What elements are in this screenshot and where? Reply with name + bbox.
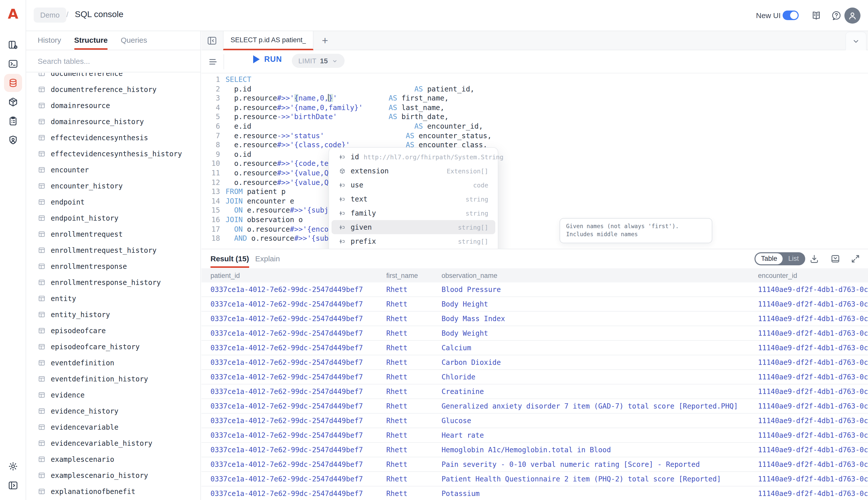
table-cell[interactable]: Potassium [432,489,749,498]
autocomplete-item-suffix[interactable]: suffixstring[] [332,248,495,249]
docs-book-icon[interactable] [811,10,822,21]
table-cell[interactable]: 0337ce1a-4012-7e62-99dc-2547d449bef7 [201,358,377,366]
table-cell[interactable]: 0337ce1a-4012-7e62-99dc-2547d449bef7 [201,373,377,381]
table-list-item[interactable]: entity [26,291,200,307]
sidebar-clipboard-icon[interactable] [4,112,22,130]
autocomplete-item-extension[interactable]: extensionExtension[] [332,164,495,178]
table-cell[interactable]: Rhett [377,489,432,498]
table-list-item[interactable]: enrollmentresponse [26,258,200,274]
table-cell[interactable]: Rhett [377,300,432,308]
table-row[interactable]: 0337ce1a-4012-7e62-99dc-2547d449bef7Rhet… [201,326,868,341]
panel-tab-history[interactable]: History [38,31,61,50]
table-row[interactable]: 0337ce1a-4012-7e62-99dc-2547d449bef7Rhet… [201,311,868,326]
table-cell[interactable]: 11140ae9-df2f-4db1-d763-0c [749,300,868,308]
table-cell[interactable]: 11140ae9-df2f-4db1-d763-0c [749,475,868,483]
view-option-table[interactable]: Table [755,253,783,264]
tab-overflow-button[interactable] [845,32,867,50]
table-list-item[interactable]: documentreference [26,73,200,81]
table-cell[interactable]: 0337ce1a-4012-7e62-99dc-2547d449bef7 [201,329,377,337]
query-tab[interactable]: SELECT p.id AS patient_id, p.r... [223,31,313,50]
table-list-item[interactable]: domainresource [26,98,200,114]
table-cell[interactable]: 11140ae9-df2f-4db1-d763-0c [749,358,868,366]
limit-dropdown[interactable]: LIMIT 15 [292,54,344,68]
results-tab-explain[interactable]: Explain [255,249,280,268]
table-cell[interactable]: 11140ae9-df2f-4db1-d763-0c [749,344,868,352]
sql-editor[interactable]: 1SELECT2 p.id AS patient_id,3 p.resource… [201,73,868,249]
run-button[interactable]: RUN [253,55,282,64]
table-cell[interactable]: Rhett [377,329,432,337]
table-cell[interactable]: 11140ae9-df2f-4db1-d763-0c [749,446,868,454]
table-row[interactable]: 0337ce1a-4012-7e62-99dc-2547d449bef7Rhet… [201,355,868,370]
table-cell[interactable]: Rhett [377,358,432,366]
table-cell[interactable]: Rhett [377,431,432,439]
table-cell[interactable]: Rhett [377,344,432,352]
table-row[interactable]: 0337ce1a-4012-7e62-99dc-2547d449bef7Rhet… [201,428,868,443]
sidebar-panel-expand-icon[interactable] [4,476,22,495]
autocomplete-item-given[interactable]: givenstring[] [332,220,495,234]
table-row[interactable]: 0337ce1a-4012-7e62-99dc-2547d449bef7Rhet… [201,443,868,457]
table-list-item[interactable]: episodeofcare_history [26,339,200,355]
table-cell[interactable]: 11140ae9-df2f-4db1-d763-0c [749,315,868,322]
autocomplete-item-text[interactable]: textstring [332,192,495,206]
table-cell[interactable]: Chloride [432,373,749,381]
table-cell[interactable]: Body Mass Index [432,315,749,322]
table-cell[interactable]: Rhett [377,475,432,483]
table-list-item[interactable]: episodeofcare [26,322,200,339]
table-cell[interactable]: Rhett [377,417,432,425]
sidebar-shield-user-icon[interactable] [4,131,22,149]
table-cell[interactable]: Rhett [377,460,432,468]
table-list-item[interactable]: encounter [26,162,200,178]
table-search[interactable] [26,50,200,72]
table-row[interactable]: 0337ce1a-4012-7e62-99dc-2547d449bef7Rhet… [201,341,868,355]
table-list-item[interactable]: evidencevariable_history [26,435,200,451]
table-cell[interactable]: 0337ce1a-4012-7e62-99dc-2547d449bef7 [201,460,377,468]
table-list-item[interactable]: eventdefinition_history [26,371,200,387]
sidebar-gear-icon[interactable] [4,457,22,475]
table-cell[interactable]: Rhett [377,285,432,294]
table-cell[interactable]: Glucose [432,417,749,425]
table-cell[interactable]: Creatinine [432,387,749,396]
table-cell[interactable]: 11140ae9-df2f-4db1-d763-0c [749,489,868,498]
table-cell[interactable]: 11140ae9-df2f-4db1-d763-0c [749,329,868,337]
table-list-item[interactable]: encounter_history [26,178,200,194]
table-cell[interactable]: 0337ce1a-4012-7e62-99dc-2547d449bef7 [201,285,377,294]
table-cell[interactable]: Patient Health Questionnaire 2 item (PHQ… [432,475,749,483]
export-box-icon[interactable] [830,253,841,264]
table-cell[interactable]: 0337ce1a-4012-7e62-99dc-2547d449bef7 [201,387,377,396]
autocomplete-item-use[interactable]: usecode [332,178,495,192]
table-cell[interactable]: Rhett [377,446,432,454]
table-cell[interactable]: 0337ce1a-4012-7e62-99dc-2547d449bef7 [201,417,377,425]
table-cell[interactable]: Blood Pressure [432,285,749,294]
table-row[interactable]: 0337ce1a-4012-7e62-99dc-2547d449bef7Rhet… [201,370,868,384]
table-cell[interactable]: 0337ce1a-4012-7e62-99dc-2547d449bef7 [201,475,377,483]
table-cell[interactable]: Carbon Dioxide [432,358,749,366]
autocomplete-item-prefix[interactable]: prefixstring[] [332,234,495,248]
table-list-item[interactable]: effectevidencesynthesis [26,130,200,146]
panel-tab-queries[interactable]: Queries [121,31,147,50]
breadcrumb-project-badge[interactable]: Demo [34,8,66,23]
table-list-item[interactable]: domainresource_history [26,114,200,130]
table-row[interactable]: 0337ce1a-4012-7e62-99dc-2547d449bef7Rhet… [201,384,868,399]
table-list-item[interactable]: evidencevariable [26,419,200,435]
table-cell[interactable]: Hemoglobin A1c/Hemoglobin.total in Blood [432,446,749,454]
format-icon[interactable] [207,56,219,67]
table-row[interactable]: 0337ce1a-4012-7e62-99dc-2547d449bef7Rhet… [201,413,868,428]
table-cell[interactable]: Rhett [377,315,432,322]
table-row[interactable]: 0337ce1a-4012-7e62-99dc-2547d449bef7Rhet… [201,486,868,500]
table-cell[interactable]: 11140ae9-df2f-4db1-d763-0c [749,431,868,439]
panel-tab-structure[interactable]: Structure [74,31,107,50]
table-list-item[interactable]: explanationofbenefit [26,484,200,500]
sidebar-dashboard-icon[interactable] [4,36,22,54]
table-row[interactable]: 0337ce1a-4012-7e62-99dc-2547d449bef7Rhet… [201,399,868,413]
results-tab-result[interactable]: Result (15) [210,249,249,268]
table-list-item[interactable]: evidence_history [26,403,200,419]
table-row[interactable]: 0337ce1a-4012-7e62-99dc-2547d449bef7Rhet… [201,472,868,486]
sidebar-terminal-icon[interactable] [4,55,22,73]
download-icon[interactable] [809,253,820,264]
add-tab-button[interactable]: + [319,34,332,47]
table-list-item[interactable]: enrollmentrequest [26,226,200,242]
table-cell[interactable]: Heart rate [432,431,749,439]
table-list-item[interactable]: endpoint_history [26,210,200,226]
panel-collapse-icon[interactable] [207,35,218,46]
expand-icon[interactable] [850,253,861,264]
